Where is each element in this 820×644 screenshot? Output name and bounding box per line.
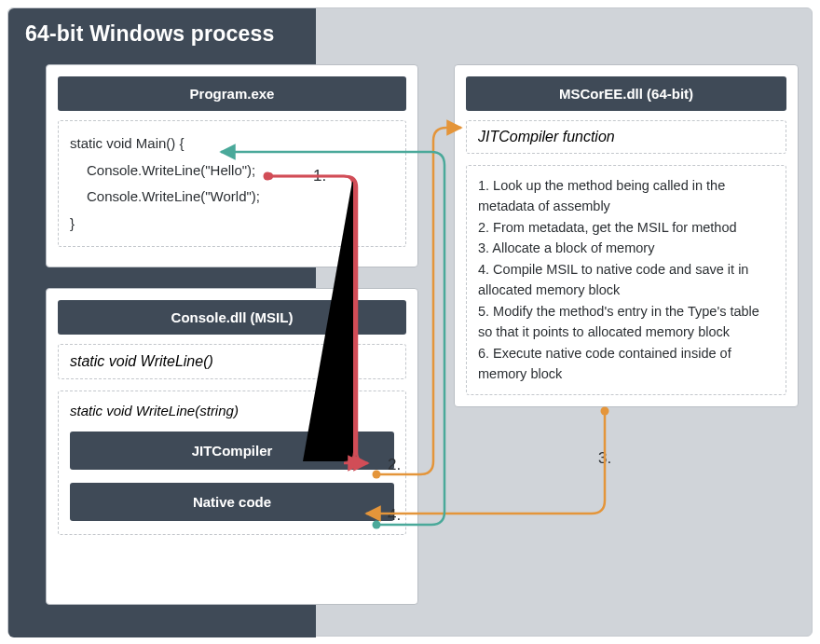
native-code-box: Native code xyxy=(70,483,394,521)
card-program-exe: Program.exe static void Main() { Console… xyxy=(46,64,418,267)
writeline-string-sig: static void WriteLine(string) xyxy=(70,401,394,422)
arrow-3-dot xyxy=(601,407,609,416)
jitcompiler-function-label: JITCompiler function xyxy=(466,120,786,154)
jit-step: 6. Execute native code contained inside … xyxy=(478,343,774,385)
card-mscoree-header: MSCorEE.dll (64-bit) xyxy=(466,76,786,111)
jit-step: 3. Allocate a block of memory xyxy=(478,238,774,258)
card-program-header: Program.exe xyxy=(58,76,406,111)
writeline-empty-sig: static void WriteLine() xyxy=(58,344,406,379)
jit-steps-block: 1. Look up the method being called in th… xyxy=(466,165,786,395)
program-code-block: static void Main() { Console.WriteLine("… xyxy=(58,120,406,247)
code-line: } xyxy=(70,211,394,238)
card-mscoree-dll: MSCorEE.dll (64-bit) JITCompiler functio… xyxy=(454,64,799,407)
card-console-header: Console.dll (MSIL) xyxy=(58,300,406,335)
jit-step: 4. Compile MSIL to native code and save … xyxy=(478,259,774,301)
arrow-label-4: 4. xyxy=(388,506,401,525)
card-console-dll: Console.dll (MSIL) static void WriteLine… xyxy=(46,288,418,605)
arrow-label-3: 3. xyxy=(598,449,611,468)
writeline-string-block: static void WriteLine(string) JITCompile… xyxy=(58,391,406,535)
diagram-canvas: 64-bit Windows process Program.exe stati… xyxy=(7,7,813,637)
jit-step: 2. From metadata, get the MSIL for metho… xyxy=(478,217,774,238)
arrow-label-1: 1. xyxy=(313,167,326,185)
jit-step: 1. Look up the method being called in th… xyxy=(478,175,774,217)
jit-step: 5. Modify the method's entry in the Type… xyxy=(478,301,774,343)
arrow-label-2: 2. xyxy=(388,456,401,474)
process-title: 64-bit Windows process xyxy=(25,21,274,47)
code-line: Console.WriteLine("Hello"); xyxy=(70,158,394,185)
code-line: static void Main() { xyxy=(70,130,394,158)
code-line: Console.WriteLine("World"); xyxy=(70,184,394,211)
jitcompiler-box: JITCompiler xyxy=(70,432,394,470)
